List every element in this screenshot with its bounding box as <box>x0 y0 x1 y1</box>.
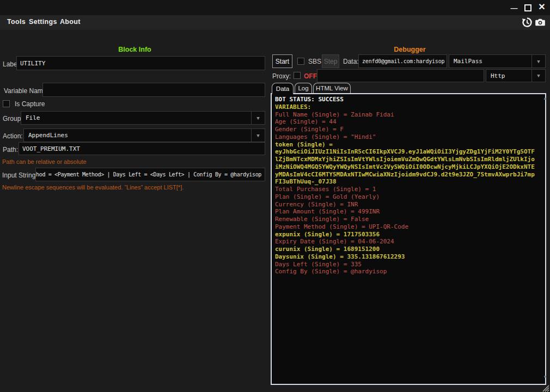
proxy-status-badge: OFF <box>304 72 317 80</box>
console-line: FI3uBThUuq-_07J38 <box>275 178 545 186</box>
console-line: Plan Amount (Single) = 499INR <box>275 208 545 216</box>
wordlist-type-select[interactable]: MailPass ▼ <box>449 54 546 68</box>
proxy-input[interactable] <box>317 69 484 82</box>
console-line: Days Left (Single) = 335 <box>275 261 545 268</box>
console-line: Total Purchases (Single) = 1 <box>275 186 545 193</box>
debugger-log-console[interactable]: BOT STATUS: SUCCESS VARIABLES: Full Name… <box>271 93 546 385</box>
console-line: BOT STATUS: SUCCESS <box>275 96 545 103</box>
variable-name-label: Variable Name: <box>4 87 48 95</box>
console-line: Renewable (Single) = False <box>275 216 545 223</box>
console-line: iMzNiOWQ4MGQ5YWQyYWQyNSIsImtVc2VySWQiOiI… <box>275 163 545 171</box>
menu-bar: Tools Settings About <box>0 15 550 30</box>
console-line: yMDAsImV4cCI6MTY5MDAxNTIwMCwiaXNzIjoidm9… <box>275 171 545 179</box>
action-label: Action: <box>3 132 23 140</box>
proxy-type-value: Http <box>491 72 505 79</box>
resize-grip[interactable] <box>542 384 549 391</box>
variable-name-input[interactable] <box>42 83 265 97</box>
console-line: Plan (Single) = Gold (Yearly) <box>275 193 545 201</box>
path-input[interactable]: VOOT_PREMIUM.TXT <box>19 142 265 155</box>
console-line: Currency (Single) = INR <box>275 201 545 209</box>
console-line: VARIABLES: <box>275 103 545 111</box>
console-line: curunix (Single) = 1689151200 <box>275 246 545 253</box>
menu-item-tools[interactable]: Tools <box>7 18 26 26</box>
console-line: Full Name (Single) = Zainab Fidai <box>275 111 545 119</box>
scroll-up-icon[interactable]: ▲ <box>543 96 547 101</box>
group-label: Group: <box>3 115 23 122</box>
path-label: Path: <box>3 146 18 154</box>
chevron-down-icon: ▼ <box>531 55 545 68</box>
maximize-icon[interactable] <box>524 4 531 11</box>
tab-html-view[interactable]: HTML View <box>313 83 351 93</box>
console-line: Daysunix (Single) = 335.131867612293 <box>275 253 545 261</box>
chevron-down-icon: ▼ <box>251 129 265 142</box>
console-line: Payment Method (Single) = UPI-QR-Code <box>275 223 545 231</box>
start-button[interactable]: Start <box>272 54 292 68</box>
minimize-icon[interactable]: — <box>510 1 518 12</box>
chevron-down-icon: ▼ <box>531 70 545 82</box>
chevron-down-icon: ▼ <box>251 112 265 124</box>
tab-data[interactable]: Data <box>272 83 294 94</box>
wordlist-type-value: MailPass <box>454 58 482 65</box>
menu-item-about[interactable]: About <box>60 18 81 26</box>
action-value: AppendLines <box>28 132 68 139</box>
sbs-label: SBS <box>308 58 321 65</box>
menu-item-settings[interactable]: Settings <box>29 18 57 26</box>
step-button[interactable]: Step <box>322 54 339 68</box>
sbs-checkbox[interactable] <box>297 58 304 65</box>
history-clock-icon[interactable] <box>522 17 533 28</box>
input-string-input[interactable]: thod = <Payment Method> | Days Left = <D… <box>35 168 265 181</box>
console-line: lZjBmNTcxMDMxYjhiZSIsImVtYWlsIjoiemVuZmQ… <box>275 156 545 163</box>
proxy-label: Proxy: <box>272 72 291 80</box>
group-value: File <box>26 114 40 121</box>
is-capture-checkbox[interactable] <box>3 100 10 107</box>
proxy-type-select[interactable]: Http ▼ <box>486 69 546 82</box>
console-line: Gender (Single) = F <box>275 126 545 133</box>
debugger-title: Debugger <box>270 46 550 53</box>
input-string-hint: Newline escape sequences will be evaluat… <box>2 184 184 191</box>
scroll-down-icon[interactable]: ▼ <box>543 375 547 379</box>
camera-icon[interactable] <box>535 17 546 28</box>
input-string-label: Input String: <box>2 171 38 179</box>
tab-log[interactable]: Log <box>295 83 312 93</box>
label-input[interactable]: UTILITY <box>16 56 265 70</box>
console-line: Languages (Single) = "Hindi" <box>275 133 545 141</box>
console-line: token (Single) = <box>275 141 545 149</box>
close-icon[interactable]: ✕ <box>537 2 547 13</box>
action-select[interactable]: AppendLines ▼ <box>23 128 265 142</box>
data-label: Data: <box>343 58 359 65</box>
console-line: Config By (Single) = @hardyisop <box>275 268 545 275</box>
console-line: eyJhbGciOiJIUzI1NiIsInR5cCI6IkpXVCJ9.eyJ… <box>275 148 545 156</box>
block-info-title: Block Info <box>0 46 270 53</box>
path-hint: Path can be relative or absolute <box>2 158 87 165</box>
data-input[interactable]: zenfd0@gmail.com:hardyisop <box>358 54 447 68</box>
is-capture-label: Is Capture <box>15 100 45 108</box>
console-line: Expiry Date (Single) = 04-06-2024 <box>275 238 545 246</box>
proxy-checkbox[interactable] <box>294 72 301 79</box>
console-line: Age (Single) = 44 <box>275 118 545 126</box>
title-bar: — ✕ <box>0 0 550 15</box>
group-select[interactable]: File ▼ <box>21 111 265 125</box>
console-line: expunix (Single) = 1717503356 <box>275 231 545 238</box>
